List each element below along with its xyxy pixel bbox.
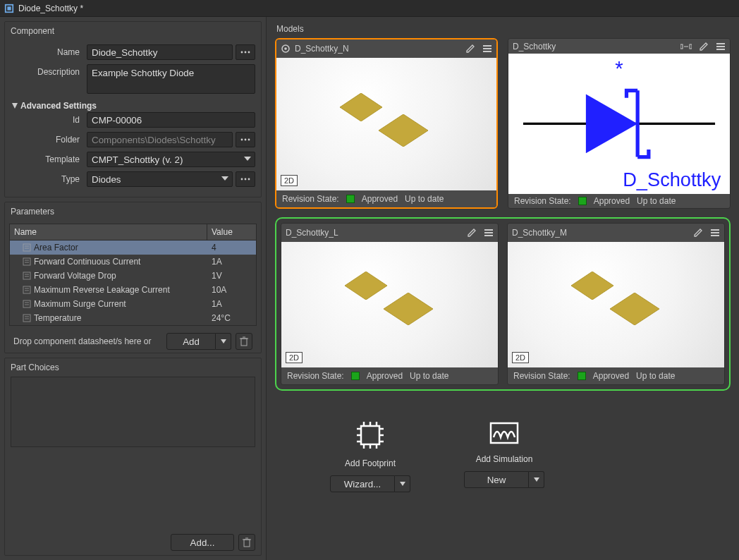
advanced-settings-toggle[interactable]: Advanced Settings bbox=[11, 98, 255, 112]
svg-marker-58 bbox=[345, 272, 387, 300]
datasheet-add-button[interactable]: Add bbox=[166, 333, 216, 350]
parameter-icon bbox=[23, 314, 31, 322]
id-field[interactable] bbox=[87, 112, 255, 128]
simulation-new-dropdown[interactable] bbox=[529, 471, 544, 488]
pencil-icon[interactable] bbox=[699, 42, 709, 51]
svg-marker-63 bbox=[571, 272, 613, 300]
parameter-row[interactable]: Maximum Surge Current1A bbox=[10, 297, 256, 311]
svg-rect-17 bbox=[23, 258, 30, 265]
parameter-row[interactable]: Maximum Reverse Leakage Current10A bbox=[10, 283, 256, 297]
type-label: Type bbox=[11, 174, 87, 184]
chevron-down-icon bbox=[400, 481, 405, 487]
parameter-value: 24°C bbox=[207, 311, 256, 325]
add-simulation-col: Add Simulation New bbox=[458, 419, 550, 492]
parameter-row[interactable]: Area Factor4 bbox=[10, 241, 256, 255]
svg-rect-1 bbox=[7, 6, 11, 10]
svg-marker-44 bbox=[340, 93, 382, 121]
folder-browse-button[interactable] bbox=[236, 132, 255, 147]
status-indicator bbox=[578, 197, 587, 205]
revision-label: Revision State: bbox=[513, 371, 570, 381]
parameter-value: 1A bbox=[207, 255, 256, 269]
name-field[interactable] bbox=[87, 44, 233, 60]
parameter-row[interactable]: Forward Voltage Drop1V bbox=[10, 269, 256, 283]
folder-field[interactable] bbox=[87, 132, 233, 147]
type-combo[interactable] bbox=[87, 171, 233, 187]
folder-label: Folder bbox=[11, 135, 87, 145]
description-label: Description bbox=[11, 64, 87, 77]
trash-icon bbox=[240, 336, 248, 346]
parameter-name: Area Factor bbox=[34, 243, 78, 252]
pencil-icon[interactable] bbox=[465, 44, 475, 54]
pins-icon[interactable] bbox=[680, 42, 692, 51]
model-card-d-schottky-n[interactable]: D_Schottky_N 2D Revision State: bbox=[275, 38, 498, 209]
parameter-name: Temperature bbox=[34, 313, 81, 323]
parameters-section: Parameters Name Value Area Factor4Forwar… bbox=[4, 202, 262, 353]
col-value[interactable]: Value bbox=[207, 224, 256, 240]
pencil-icon[interactable] bbox=[693, 228, 703, 238]
pencil-icon[interactable] bbox=[467, 228, 477, 238]
part-choices-section: Part Choices Add... bbox=[4, 358, 262, 556]
col-name[interactable]: Name bbox=[10, 224, 207, 240]
parameter-icon bbox=[23, 243, 31, 252]
model-card-d-schottky-l[interactable]: D_Schottky_L 2D Revision State: bbox=[281, 223, 499, 385]
status-indicator bbox=[346, 195, 355, 203]
chevron-down-icon bbox=[221, 175, 228, 182]
part-choices-area[interactable] bbox=[11, 377, 255, 447]
status-indicator bbox=[578, 372, 586, 380]
datasheet-add-split: Add bbox=[166, 333, 231, 350]
menu-icon[interactable] bbox=[482, 44, 492, 53]
parameters-header: Parameters bbox=[5, 202, 261, 221]
waveform-icon bbox=[488, 419, 520, 447]
model-preview: 2D bbox=[281, 242, 498, 367]
model-preview: 2D bbox=[276, 58, 496, 190]
svg-marker-45 bbox=[379, 114, 428, 147]
model-title: D_Schottky_N bbox=[295, 44, 349, 54]
parameter-icon bbox=[23, 257, 31, 266]
svg-rect-23 bbox=[23, 286, 30, 293]
name-more-button[interactable] bbox=[236, 44, 255, 60]
revision-label: Revision State: bbox=[514, 196, 571, 206]
part-choices-delete-button[interactable] bbox=[238, 534, 255, 551]
expand-icon bbox=[12, 103, 18, 109]
models-header: Models bbox=[275, 21, 731, 38]
description-field[interactable]: Example Schottky Diode bbox=[87, 64, 255, 94]
parameters-table: Name Value Area Factor4Forward Continuou… bbox=[9, 224, 257, 326]
right-panel: Models D_Schottky_N bbox=[267, 17, 739, 560]
model-card-d-schottky[interactable]: D_Schottky * bbox=[508, 38, 731, 209]
menu-icon[interactable] bbox=[716, 42, 726, 51]
revision-label: Revision State: bbox=[287, 371, 344, 381]
svg-point-40 bbox=[284, 47, 287, 50]
type-more-button[interactable] bbox=[236, 171, 255, 187]
part-choices-add-button[interactable]: Add... bbox=[171, 534, 234, 551]
svg-marker-5 bbox=[12, 103, 18, 109]
template-combo[interactable] bbox=[87, 152, 255, 167]
models-top-row: D_Schottky_N 2D Revision State: bbox=[275, 38, 731, 209]
model-card-d-schottky-m[interactable]: D_Schottky_M 2D Revision State: bbox=[507, 223, 725, 385]
menu-icon[interactable] bbox=[484, 229, 494, 237]
asterisk: * bbox=[615, 57, 623, 80]
add-models-row: Add Footprint Wizard... Add Simulation N… bbox=[324, 419, 731, 492]
datasheet-drop-text: Drop component datasheet/s here or bbox=[13, 336, 151, 346]
svg-point-12 bbox=[245, 178, 247, 181]
datasheet-add-dropdown[interactable] bbox=[216, 333, 231, 350]
footprint-wizard-dropdown[interactable] bbox=[395, 475, 410, 492]
parameter-name: Forward Continuous Current bbox=[34, 257, 140, 267]
simulation-new-button[interactable]: New bbox=[464, 471, 529, 488]
footprint-wizard-button[interactable]: Wizard... bbox=[330, 475, 395, 492]
view-tag-2d: 2D bbox=[512, 352, 529, 363]
model-preview-symbol: * D_Schottky bbox=[508, 54, 730, 194]
parameter-row[interactable]: Forward Continuous Current1A bbox=[10, 255, 256, 269]
status-approved: Approved bbox=[367, 371, 403, 381]
template-value bbox=[87, 152, 255, 167]
svg-rect-26 bbox=[23, 300, 30, 308]
ellipsis-icon bbox=[240, 138, 250, 141]
status-approved: Approved bbox=[362, 194, 398, 204]
chip-icon bbox=[354, 419, 386, 451]
add-footprint-label: Add Footprint bbox=[345, 458, 396, 468]
menu-icon[interactable] bbox=[710, 229, 720, 237]
datasheet-delete-button[interactable] bbox=[236, 333, 252, 350]
id-label: Id bbox=[11, 115, 87, 125]
symbol-caption: D_Schottky bbox=[623, 169, 721, 191]
svg-marker-78 bbox=[400, 482, 405, 486]
parameter-row[interactable]: Temperature24°C bbox=[10, 311, 256, 325]
